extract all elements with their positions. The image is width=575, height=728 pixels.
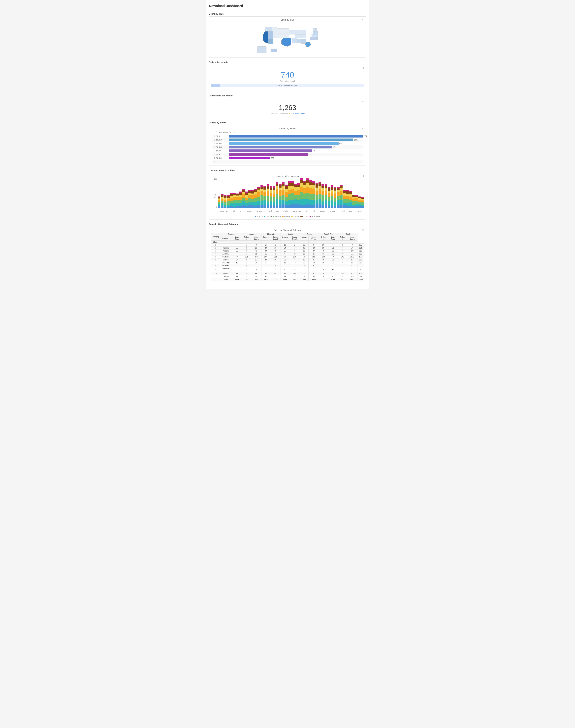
cell-so-o: 0	[309, 244, 319, 247]
cell-m-i: 1	[280, 264, 289, 267]
th-orders-5[interactable]: Orders ▼	[319, 236, 328, 241]
stacked-segment	[267, 186, 269, 188]
stacked-segment	[285, 205, 288, 208]
sort-icon[interactable]: ▼	[303, 239, 305, 240]
cell-s-o: 75	[289, 275, 300, 278]
stacked-segment	[221, 194, 223, 195]
th-orders-0[interactable]: Orders ▼	[220, 236, 232, 241]
legend-label-2: 30 to 39	[275, 216, 281, 217]
stacked-segment	[245, 193, 248, 195]
stacked-segment	[230, 204, 233, 206]
sort-icon[interactable]: ▼	[265, 239, 266, 240]
stacked-segment	[294, 184, 297, 185]
x-axis-labels: January '16AprilJulyOctoberJanuary '17Ap…	[218, 210, 364, 212]
stacked-segment	[309, 194, 312, 200]
bar-row-num: 7	[212, 157, 216, 159]
stacked-segment	[318, 204, 321, 208]
stacked-segment	[349, 192, 352, 194]
stacked-segment	[294, 187, 297, 191]
cell-t-o: 122	[328, 272, 338, 275]
bar-row-area: 679	[229, 153, 363, 156]
sort-icon[interactable]: ▼	[228, 238, 230, 239]
bar-row-label: 2019-08	[216, 146, 229, 148]
cell-d-o: 27	[232, 258, 242, 261]
legend-label-3: 40 to 49	[284, 216, 290, 217]
th-orders-6[interactable]: Orders ▼	[338, 236, 347, 241]
th-orders-3[interactable]: Orders ▼	[280, 236, 289, 241]
cell-d-i: 28	[242, 258, 251, 261]
cell-m-i: 225	[280, 255, 289, 258]
last-month-value: 1,010 Last month	[291, 112, 305, 114]
cell-num: 1	[211, 244, 220, 247]
stacked-segment	[315, 184, 318, 187]
th-items-1: Items Count	[251, 236, 261, 241]
stacked-segment	[273, 197, 275, 202]
stacked-segment	[230, 194, 233, 196]
cell-so-i: 299	[319, 255, 328, 258]
cell-s-o: 57	[289, 247, 300, 250]
svg-rect-9	[301, 34, 306, 38]
page-title: Download Dashboard	[209, 3, 366, 10]
cell-tot-i: 472	[358, 272, 364, 275]
svg-rect-12	[283, 28, 289, 34]
sort-icon[interactable]: ▼	[323, 239, 324, 240]
stacked-segment	[318, 198, 321, 204]
stacked-segment	[227, 196, 230, 198]
gear-icon-5[interactable]: ⚙	[362, 175, 364, 177]
bar-group-21	[282, 178, 284, 208]
bar-group-39	[337, 178, 339, 208]
sort-icon[interactable]: ▼	[246, 239, 247, 240]
stacked-segment	[309, 188, 312, 194]
cell-s-i: 134	[300, 272, 308, 275]
up-arrow: ▲	[289, 112, 291, 114]
stacked-segment	[325, 190, 327, 195]
cell-d-i: 11	[242, 244, 251, 247]
stacked-segment	[322, 202, 324, 205]
legend-item-3: 40 to 49	[282, 216, 290, 217]
cell-m-i: 35	[280, 250, 289, 253]
sort-icon[interactable]: ▼	[284, 239, 286, 240]
gear-icon[interactable]: ⚙	[362, 18, 364, 21]
table-header-row-1: Category Dresses Jeans Maternity Shorts …	[211, 233, 364, 236]
bar-group-1	[221, 178, 223, 208]
stacked-segment	[315, 205, 318, 208]
gear-icon-6[interactable]: ⚙	[362, 228, 364, 231]
stacked-segment	[267, 196, 269, 202]
cell-s-i: 38	[300, 244, 308, 247]
stacked-segment	[291, 204, 294, 208]
cell-m-o: 1	[270, 264, 280, 267]
gear-icon-2[interactable]: ⚙	[362, 67, 364, 69]
cell-num: 10	[211, 272, 220, 275]
stacked-segment	[282, 195, 284, 200]
cell-tot-o: 1878	[347, 255, 357, 258]
th-state[interactable]: State ↑	[211, 241, 220, 244]
bar-group-14	[261, 178, 263, 208]
stacked-segment	[254, 190, 257, 192]
cell-s-i: 60	[300, 247, 308, 250]
gear-icon-4[interactable]: ⚙	[362, 127, 364, 130]
stacked-bars-area	[218, 178, 364, 208]
th-items-3: Items Count	[289, 236, 300, 241]
stacked-segment	[343, 203, 345, 205]
stacked-segment	[306, 205, 309, 208]
th-orders-4[interactable]: Orders ▼	[300, 236, 308, 241]
stacked-segment	[248, 193, 251, 195]
sort-icon[interactable]: ▼	[342, 239, 343, 240]
stacked-segment	[236, 200, 239, 203]
gear-icon-3[interactable]: ⚙	[362, 100, 364, 103]
stacked-segment	[276, 184, 278, 186]
stacked-segment	[248, 203, 251, 205]
th-m-o	[262, 241, 270, 244]
stacked-segment	[352, 201, 355, 205]
th-orders-1[interactable]: Orders ▼	[242, 236, 251, 241]
svg-rect-24	[301, 39, 306, 43]
cell-tot-i: 122	[358, 253, 364, 255]
stacked-segment	[267, 205, 269, 208]
stacked-segment	[233, 203, 236, 207]
th-orders-2[interactable]: Orders ▼	[262, 236, 270, 241]
state-sort[interactable]: ↑	[217, 242, 218, 243]
cell-m-o: 9	[270, 267, 280, 272]
cell-tot-o: 96	[347, 261, 357, 264]
bar-row-num: 5	[212, 150, 216, 152]
table-row: 1 0 11 0 14 0 18 0 38 0 20 0 29 0 130	[211, 244, 364, 247]
